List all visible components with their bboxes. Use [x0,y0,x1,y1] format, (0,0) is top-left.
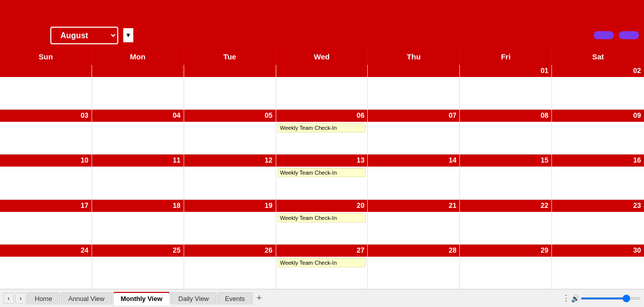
day-headers-row: Sun Mon Tue Wed Thu Fri Sat [0,48,644,65]
day-number: 30 [552,245,644,257]
day-number: 09 [552,110,644,122]
calendar-day[interactable]: 30 [552,245,644,289]
calendar-day[interactable] [276,65,368,109]
header-wed: Wed [276,48,368,65]
calendar-day[interactable]: 14 [368,155,460,199]
calendar-week-3: 10111213Weekly Team Check-In141516 [0,155,644,199]
tab-prev-button[interactable]: ‹ [3,293,14,304]
day-content [184,167,276,199]
calendar-day[interactable]: 29 [460,245,552,289]
tab-daily-view[interactable]: Daily View [171,292,216,304]
tab-events[interactable]: Events [217,292,253,304]
day-content [552,122,644,154]
calendar-day[interactable]: 26 [184,245,276,289]
calendar-day[interactable]: 02 [552,65,644,109]
calendar-day[interactable]: 15 [460,155,552,199]
event-chip[interactable]: Weekly Team Check-In [278,258,366,267]
tab-volume-button[interactable]: 🔊 [571,294,580,302]
volume-slider[interactable] [581,297,641,299]
calendar-day[interactable]: 04 [92,110,184,154]
day-content [460,122,551,154]
calendar-day[interactable]: 10 [0,155,92,199]
calendar-day[interactable]: 28 [368,245,460,289]
day-content [0,77,92,109]
tab-monthly-view[interactable]: Monthly View [113,292,170,305]
header-sun: Sun [0,48,92,65]
calendar-day[interactable]: 07 [368,110,460,154]
day-number [276,65,368,77]
day-number [184,65,276,77]
show-events-button[interactable] [619,31,639,39]
calendar-day[interactable]: 25 [92,245,184,289]
day-number: 25 [92,245,184,257]
calendar-day[interactable]: 22 [460,200,552,244]
calendar-day[interactable]: 17 [0,200,92,244]
calendar-day[interactable]: 13Weekly Team Check-In [276,155,368,199]
calendar-day[interactable]: 09 [552,110,644,154]
day-number: 16 [552,155,644,167]
event-chip[interactable]: Weekly Team Check-In [278,123,366,132]
day-number: 26 [184,245,276,257]
month-select[interactable]: August JanuaryFebruaryMarch AprilMayJune… [50,27,118,44]
calendar-day[interactable] [184,65,276,109]
day-content [460,77,551,109]
calendar-day[interactable]: 03 [0,110,92,154]
day-number: 24 [0,245,92,257]
tab-overflow-button[interactable]: ⋮ [562,293,570,303]
calendar-day[interactable]: 01 [460,65,552,109]
day-content [368,257,459,289]
day-content [184,122,276,154]
month-dropdown-arrow[interactable]: ▼ [123,28,133,42]
day-number: 13 [276,155,368,167]
tab-annual-view[interactable]: Annual View [61,292,112,304]
day-content [92,77,184,109]
add-new-button[interactable] [594,31,614,39]
day-content [460,167,551,199]
day-content: Weekly Team Check-In [276,257,368,289]
calendar-day[interactable]: 06Weekly Team Check-In [276,110,368,154]
day-content [92,167,184,199]
header-thu: Thu [368,48,460,65]
calendar-day[interactable] [92,65,184,109]
calendar-container: Sun Mon Tue Wed Thu Fri Sat 010203040506… [0,48,644,289]
calendar-week-5: 24252627Weekly Team Check-In282930 [0,245,644,289]
day-content [552,212,644,244]
day-number: 28 [368,245,459,257]
day-number: 06 [276,110,368,122]
day-content [184,257,276,289]
calendar-day[interactable]: 08 [460,110,552,154]
day-number: 12 [184,155,276,167]
event-chip[interactable]: Weekly Team Check-In [278,213,366,222]
header-mon: Mon [92,48,184,65]
calendar-day[interactable]: 19 [184,200,276,244]
day-number: 01 [460,65,551,77]
day-content [92,257,184,289]
day-number: 22 [460,200,551,212]
event-chip[interactable]: Weekly Team Check-In [278,168,366,177]
calendar-day[interactable] [368,65,460,109]
calendar-day[interactable]: 12 [184,155,276,199]
tab-home[interactable]: Home [27,292,60,304]
day-number: 07 [368,110,459,122]
tab-add-button[interactable]: + [254,293,265,303]
calendar-day[interactable]: 18 [92,200,184,244]
calendar-day[interactable]: 21 [368,200,460,244]
calendar-day[interactable]: 23 [552,200,644,244]
day-content [184,77,276,109]
tab-next-button[interactable]: › [15,293,26,304]
day-number [0,65,92,77]
calendar-day[interactable] [0,65,92,109]
calendar-day[interactable]: 16 [552,155,644,199]
day-number: 29 [460,245,551,257]
day-content: Weekly Team Check-In [276,122,368,154]
calendar-day[interactable]: 27Weekly Team Check-In [276,245,368,289]
toolbar: August JanuaryFebruaryMarch AprilMayJune… [0,22,644,48]
calendar-day[interactable]: 24 [0,245,92,289]
day-content [460,257,551,289]
day-number: 14 [368,155,459,167]
day-number: 08 [460,110,551,122]
calendar-day[interactable]: 11 [92,155,184,199]
calendar-day[interactable]: 20Weekly Team Check-In [276,200,368,244]
day-content [276,77,368,109]
calendar-day[interactable]: 05 [184,110,276,154]
